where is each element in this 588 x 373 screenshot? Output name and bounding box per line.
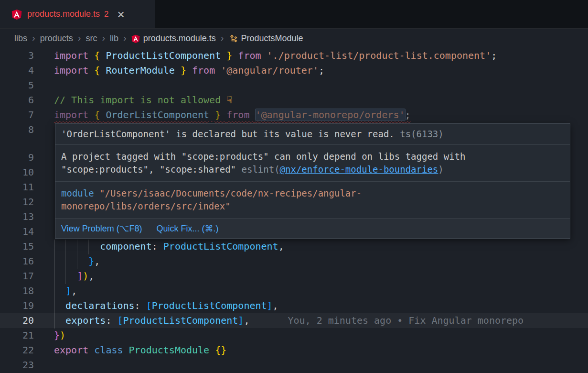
angular-icon <box>131 34 140 43</box>
module-path-block: module "/Users/isaac/Documents/code/nx-r… <box>55 181 570 218</box>
vscode-window: products.module.ts 2 × libs › products ›… <box>0 0 588 373</box>
code-line-18[interactable]: 18 ], <box>0 284 588 298</box>
line-number: 3 <box>0 48 54 63</box>
line-number: 5 <box>0 78 54 93</box>
line-number: 6 <box>0 93 54 108</box>
indent-guide <box>88 240 89 254</box>
line-number: 9 <box>0 150 54 165</box>
eslint-rule-link[interactable]: @nx/enforce-module-boundaries <box>280 164 438 175</box>
breadcrumb-item-symbol[interactable]: ProductsModule <box>241 33 303 44</box>
code-line-7[interactable]: 7import { OrderListComponent } from '@an… <box>0 108 588 122</box>
code-line-19[interactable]: 19 declarations: [ProductListComponent], <box>0 298 588 313</box>
code-text[interactable]: export class ProductsModule {} <box>54 343 226 358</box>
line-number: 23 <box>0 358 54 373</box>
line-number: 8 <box>0 122 54 137</box>
diagnostic-source: ts(6133) <box>395 129 444 139</box>
chevron-right-icon: › <box>123 33 127 44</box>
code-line-20[interactable]: 20 exports: [ProductListComponent],You, … <box>0 313 588 328</box>
code-text[interactable]: declarations: [ProductListComponent], <box>54 298 278 313</box>
code-text[interactable]: ]), <box>54 269 94 284</box>
breadcrumb-item-lib[interactable]: lib <box>110 33 118 44</box>
indent-guide <box>54 240 54 329</box>
tab-bar: products.module.ts 2 × <box>0 0 588 29</box>
diagnostic-eslint: A project tagged with "scope:products" c… <box>55 144 570 181</box>
breadcrumb-item-file[interactable]: products.module.ts <box>143 33 216 44</box>
line-number: 17 <box>0 269 54 284</box>
line-number: 21 <box>0 328 54 343</box>
git-blame-annotation: You, 2 minutes ago • Fix Angular monorep… <box>288 313 524 328</box>
line-number: 19 <box>0 298 54 313</box>
indent-guide <box>65 240 66 284</box>
code-text[interactable]: exports: [ProductListComponent], <box>54 313 249 328</box>
hover-actions: View Problem (⌥F8) Quick Fix... (⌘.) <box>55 218 570 238</box>
chevron-right-icon: › <box>102 33 105 44</box>
line-number: 12 <box>0 195 54 209</box>
line-number: 18 <box>0 284 54 298</box>
indent-guide <box>77 240 77 269</box>
breadcrumb: libs › products › src › lib › products.m… <box>0 29 588 48</box>
code-text[interactable]: // This import is not allowed ☟ <box>54 93 232 108</box>
tab-products-module[interactable]: products.module.ts 2 × <box>0 0 155 28</box>
code-line-21[interactable]: 21}) <box>0 328 588 343</box>
line-number: 4 <box>0 63 54 78</box>
breadcrumb-item-libs[interactable]: libs <box>14 33 27 44</box>
code-line-23[interactable]: 23 <box>0 358 588 373</box>
chevron-right-icon: › <box>221 33 224 44</box>
module-path-line2: monorepo/libs/orders/src/index" <box>61 201 231 211</box>
code-line-17[interactable]: 17 ]), <box>0 269 588 284</box>
diagnostic-ts6133: 'OrderListComponent' is declared but its… <box>55 124 570 144</box>
module-keyword: module <box>61 188 94 198</box>
angular-icon <box>11 9 22 20</box>
line-number: 11 <box>0 180 54 195</box>
code-text[interactable]: }) <box>54 328 65 343</box>
chevron-right-icon: › <box>78 33 81 44</box>
code-line-3[interactable]: 3import { ProductListComponent } from '.… <box>0 48 588 63</box>
code-text[interactable]: import { ProductListComponent } from './… <box>54 48 497 63</box>
diagnostic-source-suffix: ) <box>438 164 443 175</box>
line-number: 16 <box>0 254 54 269</box>
code-line-4[interactable]: 4import { RouterModule } from '@angular/… <box>0 63 588 78</box>
line-number: 20 <box>0 313 54 328</box>
line-number: 10 <box>0 165 54 180</box>
line-number: 15 <box>0 239 54 254</box>
diagnostic-message: 'OrderListComponent' is declared but its… <box>61 129 395 139</box>
code-line-6[interactable]: 6// This import is not allowed ☟ <box>0 93 588 108</box>
line-number: 22 <box>0 343 54 358</box>
editor: 3import { ProductListComponent } from '.… <box>0 48 588 373</box>
breadcrumb-item-products[interactable]: products <box>40 33 73 44</box>
diagnostic-message-line1: A project tagged with "scope:products" c… <box>61 151 465 162</box>
module-path-line1: "/Users/isaac/Documents/code/nx-recipes/… <box>94 188 362 198</box>
line-number: 7 <box>0 108 54 122</box>
code-line-5[interactable]: 5 <box>0 78 588 93</box>
line-number: 13 <box>0 209 54 224</box>
error-hover-popup: 'OrderListComponent' is declared but its… <box>55 123 570 239</box>
code-text[interactable]: ], <box>54 284 77 298</box>
breadcrumb-item-src[interactable]: src <box>86 33 97 44</box>
class-symbol-icon <box>229 34 238 43</box>
line-number: 14 <box>0 224 54 239</box>
diagnostic-message-line2: "scope:products", "scope:shared" <box>61 164 242 175</box>
close-icon[interactable]: × <box>118 8 125 21</box>
code-text[interactable]: import { OrderListComponent } from '@ang… <box>54 108 411 122</box>
code-line-16[interactable]: 16 }, <box>0 254 588 269</box>
code-line-22[interactable]: 22export class ProductsModule {} <box>0 343 588 358</box>
tab-error-count-badge: 2 <box>104 10 108 19</box>
code-text[interactable]: import { RouterModule } from '@angular/r… <box>54 63 324 78</box>
view-problem-button[interactable]: View Problem (⌥F8) <box>61 223 142 234</box>
quick-fix-button[interactable]: Quick Fix... (⌘.) <box>156 223 218 234</box>
chevron-right-icon: › <box>32 33 35 44</box>
diagnostic-source-prefix: eslint( <box>242 164 280 175</box>
tab-label: products.module.ts <box>27 9 100 19</box>
